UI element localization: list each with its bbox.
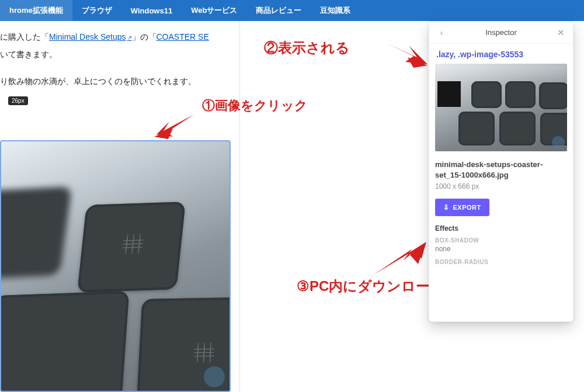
article-image[interactable]: ┼┼┼┼┼┼┼┼┼ ┼┼┼┼┼┼┼┼┼ [0,140,231,392]
inspector-dimensions: 1000 x 666 px [435,182,567,190]
column-separator [239,21,240,392]
nav-item-browser[interactable]: ブラウザ [72,0,121,21]
inspector-title: Inspector [448,28,554,37]
external-link-icon: ↗ [127,34,132,41]
link-coaster-se[interactable]: COASTER SE [157,32,209,41]
nav-item-webservice[interactable]: Webサービス [182,0,246,21]
inspector-back-button[interactable]: ‹ [435,27,448,37]
effects-heading: Effects [435,224,567,233]
svg-marker-4 [408,242,426,258]
arrow-2-icon [385,37,429,68]
svg-marker-3 [374,243,425,275]
inspector-filename: minimal-desk-setups-coaster-set_15-1000x… [435,159,567,180]
article-column: に購入した「Minimal Desk Setups↗」の「COASTER SE … [0,21,231,392]
svg-marker-1 [387,43,427,64]
top-nav: hrome拡張機能 ブラウザ Windows11 Webサービス 商品レビュー … [0,0,584,21]
inspector-body[interactable]: .lazy, .wp-image-53553 minimal-desk-setu… [429,44,573,321]
article-paragraph-2: り飲み物の水滴が、卓上につくのを防いでくれます。 [0,75,231,89]
pixel-size-badge: 26px [8,96,28,105]
nav-item-review[interactable]: 商品レビュー [246,0,311,21]
inspector-close-button[interactable]: ✕ [554,27,567,38]
watermark-icon [552,136,565,149]
inspector-panel: ‹ Inspector ✕ .lazy, .wp-image-53553 min… [429,21,573,322]
inspector-header: ‹ Inspector ✕ [429,22,573,44]
article-paragraph-1b: いて書きます。 [0,48,231,62]
link-minimal-desk-setups[interactable]: Minimal Desk Setups↗ [49,32,132,41]
nav-item-tips[interactable]: 豆知識系 [311,0,360,21]
svg-marker-2 [408,57,427,68]
nav-item-chrome-ext[interactable]: hrome拡張機能 [0,0,72,21]
arrow-3-icon [371,241,427,279]
annotation-3: ③PC内にダウンロード [297,277,444,296]
prop-val-box-shadow: none [435,245,567,253]
coaster-photo: ┼┼┼┼┼┼┼┼┼ ┼┼┼┼┼┼┼┼┼ [1,141,230,391]
annotation-2: ②表示される [264,39,350,57]
inspector-thumbnail[interactable] [435,64,567,151]
article-paragraph-1: に購入した「Minimal Desk Setups↗」の「COASTER SE [0,30,231,44]
watermark-icon [204,366,225,387]
effects-list: BOX-SHADOW none BORDER-RADIUS [435,237,567,265]
inspector-css-selector: .lazy, .wp-image-53553 [435,48,567,64]
download-icon: ⇩ [443,203,450,211]
export-button[interactable]: ⇩ EXPORT [435,199,489,216]
prop-key-border-radius: BORDER-RADIUS [435,259,567,265]
nav-item-windows11[interactable]: Windows11 [121,0,182,21]
prop-key-box-shadow: BOX-SHADOW [435,237,567,244]
